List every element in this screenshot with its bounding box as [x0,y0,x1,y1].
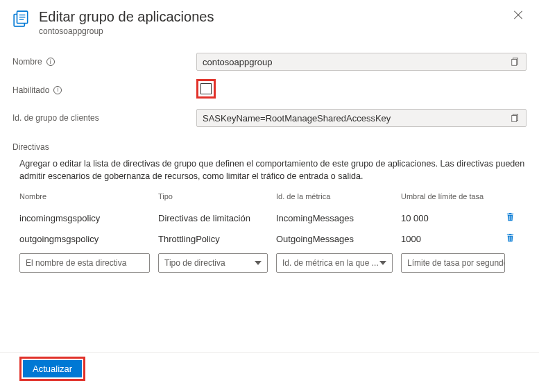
page-title: Editar grupo de aplicaciones [39,8,214,25]
policy-name: outgoingmsgspolicy [19,234,158,244]
policy-type: ThrottlingPolicy [158,234,276,244]
footer-divider [0,352,539,353]
policy-row: outgoingmsgspolicy ThrottlingPolicy Outg… [19,228,527,249]
delete-policy-button[interactable] [505,212,515,222]
col-name: Nombre [19,192,158,201]
client-group-id-field: SASKeyName=RootManageSharedAccessKey [196,109,527,127]
name-field: contosoappgroup [196,53,527,71]
copy-icon[interactable] [511,57,520,67]
delete-policy-button[interactable] [505,232,515,243]
name-label: Nombre i [12,57,196,67]
enabled-checkbox-highlight [196,79,216,99]
name-value: contosoappgroup [203,57,511,67]
policies-table-header: Nombre Tipo Id. de la métrica Umbral de … [19,192,527,201]
app-group-icon [12,10,31,28]
svg-rect-6 [512,60,517,66]
policy-threshold: 1000 [401,234,495,244]
close-button[interactable] [513,10,524,21]
update-button-highlight: Actualizar [19,357,85,381]
info-icon[interactable]: i [46,58,55,66]
new-policy-metric-select[interactable]: Id. de métrica en la que ... [276,253,393,273]
client-group-id-value: SASKeyName=RootManageSharedAccessKey [203,113,511,123]
panel-header: Editar grupo de aplicaciones contosoappg… [0,0,539,39]
new-policy-name-input[interactable]: El nombre de esta directiva [19,253,150,273]
col-type: Tipo [158,192,276,201]
policy-threshold: 10 000 [401,213,495,223]
enabled-label: Habilitado i [12,85,196,95]
policy-row: incomingmsgspolicy Directivas de limitac… [19,207,527,228]
col-threshold: Umbral de límite de tasa [401,192,495,201]
policy-name: incomingmsgspolicy [19,213,158,223]
policy-type: Directivas de limitación [158,213,276,223]
new-policy-threshold-input[interactable]: Límite de tasa por segundo [401,253,505,273]
update-button[interactable]: Actualizar [23,360,82,377]
info-icon[interactable]: i [53,86,62,94]
client-group-id-label: Id. de grupo de clientes [12,113,196,123]
policy-metric: IncomingMessages [276,213,401,223]
page-subtitle: contosoappgroup [39,26,214,36]
new-policy-type-select[interactable]: Tipo de directiva [158,253,268,273]
policy-metric: OutgoingMessages [276,234,401,244]
col-metric: Id. de la métrica [276,192,401,201]
copy-icon[interactable] [511,113,520,123]
svg-rect-8 [512,116,517,122]
enabled-checkbox[interactable] [200,83,212,94]
policies-section-title: Directivas [12,142,527,152]
policies-description: Agregar o editar la lista de directivas … [12,157,527,182]
